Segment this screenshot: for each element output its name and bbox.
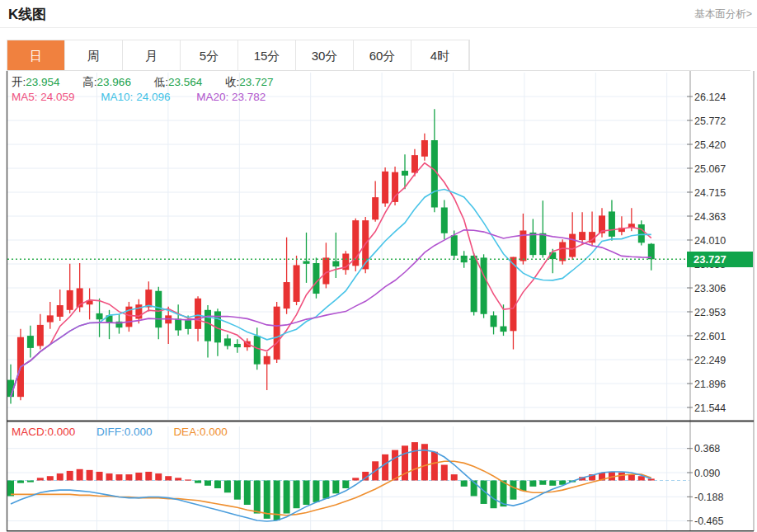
y-axis-label: 25.067 (694, 163, 726, 175)
macd-bar (27, 481, 34, 483)
chart-frame (7, 71, 754, 531)
macd-bar (461, 481, 468, 487)
y-axis-label: 0.368 (694, 443, 720, 454)
ma5-value: 24.059 (40, 91, 74, 103)
candle-body (284, 282, 290, 308)
macd-bar (77, 469, 83, 481)
diff-label: DIFF: (96, 426, 125, 438)
candle-body (332, 261, 339, 267)
candle-body (451, 235, 458, 256)
y-axis-label: 22.953 (694, 307, 726, 318)
candle-body (402, 171, 408, 176)
macd-bar (352, 478, 359, 480)
candle-body (539, 233, 546, 255)
candle-body (491, 315, 497, 327)
grid-layer (7, 73, 690, 530)
macd-bar (106, 473, 113, 480)
candle-body (195, 299, 201, 329)
macd-bar (382, 454, 388, 481)
candle-body (559, 242, 566, 261)
macd-bar (175, 478, 181, 480)
candle-body (185, 320, 191, 329)
macd-bar (510, 481, 516, 500)
candle-body (529, 233, 536, 255)
macd-bar (254, 481, 261, 514)
candle-body (67, 290, 73, 310)
macd-bar (165, 476, 172, 480)
y-axis-label: 22.601 (694, 331, 726, 342)
low-value: 23.564 (168, 76, 202, 88)
candle-body (303, 261, 310, 264)
diff-value: 0.000 (125, 426, 153, 438)
y-axis-label: 24.363 (694, 211, 726, 223)
macd-bar (67, 471, 73, 481)
candle-body (27, 336, 34, 348)
macd-histogram-layer (7, 442, 655, 520)
y-axis-label: 24.010 (694, 235, 726, 247)
candle-body (609, 211, 615, 236)
macd-bar (332, 481, 339, 494)
ma10-value: 24.096 (136, 91, 170, 103)
y-axis-label: -0.188 (694, 492, 723, 503)
candle-body (441, 208, 448, 233)
macd-bar (441, 465, 448, 481)
high-label: 高: (82, 76, 96, 88)
ohlc-readout: 开:23.954 高:23.966 低:23.564 收:23.727 (12, 75, 294, 90)
macd-bar (47, 476, 54, 480)
candle-body (57, 305, 63, 317)
high-value: 23.966 (97, 76, 131, 88)
low-label: 低: (154, 76, 168, 88)
macd-bar (87, 470, 93, 481)
candle-body (264, 356, 270, 365)
macd-value: 0.000 (48, 426, 76, 438)
macd-bar (37, 478, 44, 480)
y-axis-label: 21.896 (694, 379, 726, 390)
ma10-line (11, 190, 651, 398)
candle-body (234, 344, 241, 347)
y-axis-label: 25.420 (694, 139, 726, 151)
y-axis-layer: 26.12425.77225.42025.06724.71524.36324.0… (687, 92, 726, 528)
macd-bar (185, 479, 191, 480)
candle-body (47, 315, 54, 322)
macd-bar (451, 474, 458, 480)
candle-body (155, 291, 162, 327)
open-label: 开: (12, 76, 26, 88)
candle-body (392, 172, 398, 202)
macd-readout: MACD:0.000 DIFF:0.000 DEA:0.000 (12, 426, 246, 438)
y-axis-label: 24.715 (694, 187, 726, 199)
candle-body (481, 257, 487, 313)
macd-bar (155, 473, 162, 480)
candle-body (382, 172, 388, 204)
macd-bar (539, 481, 546, 485)
candle-body (471, 256, 477, 312)
candle-body (313, 263, 319, 294)
macd-bar (205, 481, 211, 486)
candle-body (145, 290, 152, 307)
candle-body (37, 325, 44, 346)
macd-bar (145, 472, 152, 481)
macd-bar (342, 481, 349, 488)
macd-bar (520, 481, 526, 492)
y-axis-label: 26.124 (694, 92, 726, 103)
macd-bar (294, 481, 300, 509)
macd-bar (529, 481, 536, 487)
close-label: 收: (225, 76, 239, 88)
kline-page: { "header": { "title": "K线图", "link": "基… (0, 0, 757, 532)
current-price-badge: 23.727 (687, 252, 753, 267)
macd-bar (195, 481, 201, 483)
candle-body (175, 318, 181, 330)
macd-bar (234, 481, 241, 500)
open-value: 23.954 (26, 76, 59, 88)
y-axis-label: 0.090 (694, 468, 720, 479)
macd-bar (135, 473, 142, 480)
macd-bar (628, 474, 635, 480)
candle-body (638, 224, 645, 242)
ma20-value: 23.782 (232, 91, 266, 103)
candle-body (96, 313, 103, 319)
y-axis-label: 22.249 (694, 355, 726, 366)
macd-bar (244, 481, 251, 506)
y-axis-label: 23.306 (694, 283, 726, 294)
candle-body (372, 197, 378, 219)
macd-bar (57, 473, 63, 480)
candle-body (411, 155, 418, 172)
